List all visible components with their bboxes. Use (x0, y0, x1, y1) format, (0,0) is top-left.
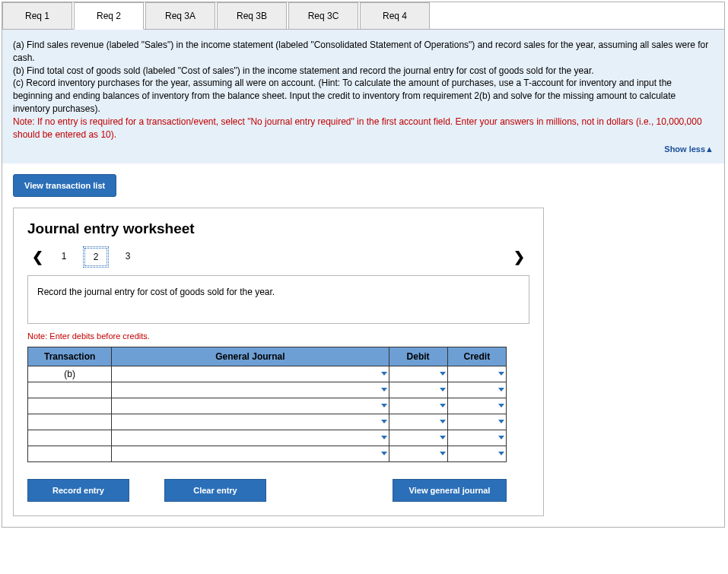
step-button[interactable]: 2 (83, 246, 109, 268)
debit-cell[interactable] (389, 430, 447, 446)
chevron-right-icon[interactable]: ❯ (509, 249, 529, 265)
req-tabs: Req 1Req 2Req 3AReq 3BReq 3CReq 4 (2, 2, 724, 29)
credit-cell[interactable] (447, 382, 506, 398)
general-journal-cell[interactable] (112, 430, 389, 446)
journal-entry-table: Transaction General Journal Debit Credit… (27, 347, 507, 462)
general-journal-cell[interactable] (112, 398, 389, 414)
col-header-transaction: Transaction (28, 347, 112, 366)
credit-cell[interactable] (447, 398, 506, 414)
table-row (28, 414, 507, 430)
transaction-cell (28, 430, 112, 446)
credit-cell[interactable] (447, 414, 506, 430)
tab-req[interactable]: Req 3A (145, 2, 215, 30)
chevron-left-icon[interactable]: ❮ (27, 249, 48, 265)
clear-entry-button[interactable]: Clear entry (164, 479, 266, 502)
instruction-c: (c) Record inventory purchases for the y… (13, 77, 714, 115)
credit-cell[interactable] (447, 446, 506, 461)
tab-req[interactable]: Req 3C (288, 2, 358, 30)
general-journal-cell[interactable] (112, 414, 389, 430)
step-button[interactable]: 1 (51, 246, 77, 268)
tab-req[interactable]: Req 4 (360, 2, 430, 30)
instructions-panel: (a) Find sales revenue (labeled "Sales")… (2, 29, 724, 163)
tab-req[interactable]: Req 1 (2, 2, 72, 30)
view-transaction-list-button[interactable]: View transaction list (13, 174, 116, 197)
debit-cell[interactable] (389, 382, 447, 398)
step-button[interactable]: 3 (115, 246, 141, 268)
debit-cell[interactable] (389, 414, 447, 430)
debit-cell[interactable] (389, 446, 447, 461)
tab-req[interactable]: Req 2 (74, 2, 144, 30)
debit-cell[interactable] (389, 366, 447, 382)
main-panel: Req 1Req 2Req 3AReq 3BReq 3CReq 4 (a) Fi… (2, 2, 725, 528)
table-row (28, 382, 507, 398)
show-less-toggle[interactable]: Show less▲ (13, 141, 714, 157)
table-row (28, 430, 507, 446)
instruction-a: (a) Find sales revenue (labeled "Sales")… (13, 39, 714, 65)
transaction-cell (28, 382, 112, 398)
col-header-credit: Credit (447, 347, 506, 366)
tab-req[interactable]: Req 3B (217, 2, 287, 30)
col-header-general-journal: General Journal (112, 347, 389, 366)
debits-before-credits-note: Note: Enter debits before credits. (27, 331, 529, 341)
debit-cell[interactable] (389, 398, 447, 414)
show-less-label: Show less (664, 144, 705, 154)
table-row: (b) (28, 366, 507, 382)
view-general-journal-button[interactable]: View general journal (393, 479, 507, 502)
general-journal-cell[interactable] (112, 446, 389, 461)
credit-cell[interactable] (447, 430, 506, 446)
worksheet-title: Journal entry worksheet (27, 220, 529, 237)
credit-cell[interactable] (447, 366, 506, 382)
chevron-up-icon: ▲ (705, 144, 714, 154)
step-nav: ❮ 123 ❯ (27, 246, 529, 268)
table-row (28, 446, 507, 461)
general-journal-cell[interactable] (112, 382, 389, 398)
record-entry-button[interactable]: Record entry (27, 479, 129, 502)
entry-prompt: Record the journal entry for cost of goo… (27, 275, 529, 324)
col-header-debit: Debit (389, 347, 447, 366)
instruction-b: (b) Find total cost of goods sold (label… (13, 65, 714, 78)
transaction-cell: (b) (28, 366, 112, 382)
body-area: View transaction list Journal entry work… (2, 163, 724, 527)
transaction-cell (28, 398, 112, 414)
table-row (28, 398, 507, 414)
transaction-cell (28, 446, 112, 461)
instruction-note: Note: If no entry is required for a tran… (13, 116, 714, 141)
worksheet-button-row: Record entry Clear entry View general jo… (27, 479, 507, 502)
general-journal-cell[interactable] (112, 366, 389, 382)
transaction-cell (28, 414, 112, 430)
journal-entry-worksheet: Journal entry worksheet ❮ 123 ❯ Record t… (13, 208, 544, 516)
